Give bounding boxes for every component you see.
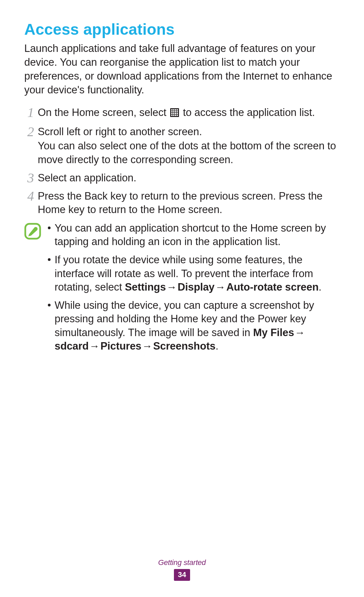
step-subtext: You can also select one of the dots at t… xyxy=(38,139,340,167)
svg-rect-3 xyxy=(175,109,176,111)
svg-rect-9 xyxy=(171,113,173,114)
step-body: Scroll left or right to another screen. … xyxy=(37,125,340,167)
step-number: 4 xyxy=(24,189,37,203)
step-text: Select an application. xyxy=(38,172,136,184)
svg-rect-12 xyxy=(177,113,178,114)
step-text-before: On the Home screen, select xyxy=(38,107,169,118)
note-text: My Files xyxy=(253,327,294,338)
nav-arrow: → xyxy=(215,280,226,294)
nav-arrow: → xyxy=(294,326,306,339)
note-text: Auto-rotate screen xyxy=(226,281,318,293)
svg-rect-15 xyxy=(175,115,176,116)
note-item: You can add an application shortcut to t… xyxy=(46,221,340,249)
svg-rect-1 xyxy=(171,109,173,111)
note-text: Display xyxy=(178,281,215,293)
note-text: You can add an application shortcut to t… xyxy=(55,222,326,247)
step-number: 3 xyxy=(24,171,37,185)
step-text: Press the Back key to return to the prev… xyxy=(38,190,323,215)
footer-section-label: Getting started xyxy=(0,558,364,567)
svg-rect-10 xyxy=(173,113,175,114)
note-block: You can add an application shortcut to t… xyxy=(24,221,340,358)
note-text: . xyxy=(215,340,218,352)
apps-grid-icon xyxy=(170,107,179,120)
svg-rect-7 xyxy=(175,111,176,112)
svg-rect-5 xyxy=(171,111,173,112)
intro-paragraph: Launch applications and take full advant… xyxy=(24,42,340,97)
svg-rect-6 xyxy=(173,111,175,112)
svg-rect-2 xyxy=(173,109,175,111)
steps-list: 1 On the Home screen, select to acce xyxy=(24,106,340,217)
note-text: sdcard xyxy=(55,340,89,352)
svg-rect-16 xyxy=(177,115,178,116)
page-footer: Getting started 34 xyxy=(0,558,364,581)
svg-rect-14 xyxy=(173,115,175,116)
note-text: . xyxy=(318,281,322,293)
step-body: Select an application. xyxy=(37,171,340,185)
step-2: 2 Scroll left or right to another screen… xyxy=(24,125,340,167)
step-number: 1 xyxy=(24,106,37,119)
step-body: On the Home screen, select to access the… xyxy=(37,106,340,120)
note-item: If you rotate the device while using som… xyxy=(46,253,340,294)
note-text: Pictures xyxy=(100,340,142,352)
nav-arrow: → xyxy=(89,339,100,353)
svg-rect-13 xyxy=(171,115,173,116)
svg-rect-11 xyxy=(175,113,176,114)
page-number-badge: 34 xyxy=(174,569,190,581)
page-title: Access applications xyxy=(24,20,340,38)
step-4: 4 Press the Back key to return to the pr… xyxy=(24,189,340,217)
step-text-after: to access the application list. xyxy=(183,107,315,118)
pencil-note-icon xyxy=(24,223,41,241)
note-item: While using the device, you can capture … xyxy=(46,299,340,353)
note-text: Settings xyxy=(125,281,166,293)
nav-arrow: → xyxy=(142,339,153,353)
step-number: 2 xyxy=(24,125,37,139)
svg-rect-4 xyxy=(177,109,178,111)
step-body: Press the Back key to return to the prev… xyxy=(37,189,340,217)
document-page: Access applications Launch applications … xyxy=(0,0,364,597)
note-list: You can add an application shortcut to t… xyxy=(46,221,340,358)
nav-arrow: → xyxy=(166,280,178,294)
svg-rect-8 xyxy=(177,111,178,112)
note-text: Screenshots xyxy=(153,340,215,352)
step-1: 1 On the Home screen, select to acce xyxy=(24,106,340,120)
step-3: 3 Select an application. xyxy=(24,171,340,185)
step-text: Scroll left or right to another screen. xyxy=(38,126,202,138)
